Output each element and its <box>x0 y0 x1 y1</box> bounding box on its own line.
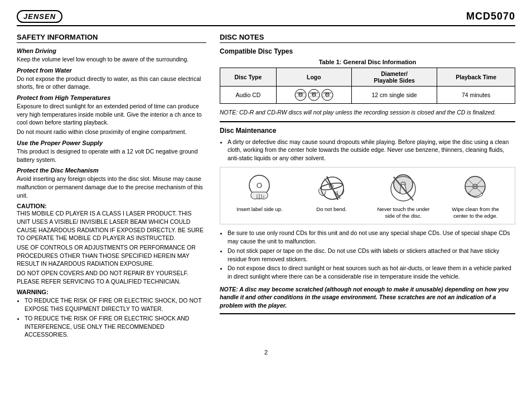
cd-logo-svg-2: COMPACT disc DIGITAL AUDIO <box>308 89 320 101</box>
disc-item-bend: Do not bend. <box>305 173 358 213</box>
warning-label: WARNING: <box>17 289 206 295</box>
never-touch-icon <box>384 173 423 204</box>
warning-item-1: TO REDUCE THE RISK OF FIRE OR ELECTRIC S… <box>25 296 206 313</box>
svg-text:DIGITAL AUDIO: DIGITAL AUDIO <box>322 96 332 98</box>
svg-line-26 <box>325 179 340 199</box>
cd-logo-svg-3: COMPACT disc DIGITAL AUDIO <box>321 89 333 101</box>
disc-maintenance-intro: A dirty or defective disc may cause soun… <box>228 138 515 162</box>
protect-water-title: Protect from Water <box>17 67 206 74</box>
page-number: 2 <box>17 349 515 356</box>
col-logo: Logo <box>276 68 351 87</box>
do-not-bend-caption: Do not bend. <box>316 206 346 213</box>
disc-maintenance-intro-list: A dirty or defective disc may cause soun… <box>220 138 515 162</box>
col-playback: Playback Time <box>437 68 515 87</box>
svg-text:DIGITAL AUDIO: DIGITAL AUDIO <box>296 96 306 98</box>
svg-text:DIGITAL AUDIO: DIGITAL AUDIO <box>309 96 319 98</box>
compatible-disc-types-heading: Compatible Disc Types <box>220 47 515 55</box>
when-driving-title: When Driving <box>17 47 206 54</box>
disc-notes-title: DISC NOTES <box>220 33 515 43</box>
main-content: SAFETY INFORMATION When Driving Keep the… <box>17 33 515 340</box>
disc-item-touch: Never touch the under side of the disc. <box>377 173 430 220</box>
do-not-bend-icon <box>312 173 351 204</box>
caution-text1: THIS MOBILE CD PLAYER IS A CLASS I LASER… <box>17 209 206 242</box>
insert-label-caption: Insert label side up. <box>236 206 282 213</box>
disc-maintenance-heading: Disc Maintenance <box>220 127 515 135</box>
right-column: DISC NOTES Compatible Disc Types Table 1… <box>220 33 515 340</box>
insert-label-icon <box>240 173 279 204</box>
power-supply-title: Use the Proper Power Supply <box>17 140 206 146</box>
protect-temp-title: Protect from High Temperatures <box>17 94 206 101</box>
power-supply-text: This product is designed to operate with… <box>17 147 206 164</box>
col-diameter: Diameter/Playable Sides <box>351 68 437 87</box>
svg-point-16 <box>257 183 262 188</box>
brand-logo: JENSEN <box>17 10 62 23</box>
table-row: Audio CD COMPACT disc DIGITAL AUDIO <box>220 87 515 104</box>
col-disc-type: Disc Type <box>220 68 277 87</box>
wipe-clean-icon <box>456 173 495 204</box>
model-number: MCD5070 <box>466 11 515 22</box>
playback-cell: 74 minutes <box>437 87 515 104</box>
warning-list: TO REDUCE THE RISK OF FIRE OR ELECTRIC S… <box>17 296 206 338</box>
caution-label: CAUTION: <box>17 203 206 209</box>
warning-item-2: TO REDUCE THE RISK OF FIRE OR ELECTRIC S… <box>25 314 206 339</box>
disc-logo-cell: COMPACT disc DIGITAL AUDIO COMPACT disc <box>276 87 351 104</box>
disc-illustrations: Insert label side up. <box>220 167 515 225</box>
page: JENSEN MCD5070 SAFETY INFORMATION When D… <box>0 0 532 412</box>
disc-bullet-2: Do not stick paper or tape on the disc. … <box>228 247 515 263</box>
disc-bullet-1: Be sure to use only round CDs for this u… <box>228 229 515 245</box>
disc-type-cell: Audio CD <box>220 87 277 104</box>
never-touch-caption: Never touch the under side of the disc. <box>377 206 430 220</box>
table-caption: Table 1: General Disc Information <box>220 59 515 65</box>
disc-item-insert: Insert label side up. <box>233 173 286 213</box>
when-driving-text: Keep the volume level low enough to be a… <box>17 55 206 64</box>
cd-logo-svg-1: COMPACT disc DIGITAL AUDIO <box>294 89 307 101</box>
cd-note: NOTE: CD-R and CD-RW discs will not play… <box>220 108 515 117</box>
disc-maintenance-bullets: Be sure to use only round CDs for this u… <box>220 229 515 280</box>
disc-mechanism-text: Avoid inserting any foreign objects into… <box>17 175 206 199</box>
safety-section-title: SAFETY INFORMATION <box>17 33 206 43</box>
header: JENSEN MCD5070 <box>17 10 515 26</box>
disc-info-table: Disc Type Logo Diameter/Playable Sides P… <box>220 68 515 104</box>
protect-water-text: Do not expose the product directly to wa… <box>17 75 206 91</box>
bottom-note: NOTE: A disc may become scratched (altho… <box>220 285 515 310</box>
disc-item-wipe: Wipe clean from the center to the edge. <box>449 173 502 220</box>
caution-text3: DO NOT OPEN COVERS AND DO NOT REPAIR BY … <box>17 269 206 285</box>
protect-temp-text2: Do not mount radio within close proximit… <box>17 128 206 136</box>
diameter-cell: 12 cm single side <box>351 87 437 104</box>
disc-mechanism-title: Protect the Disc Mechanism <box>17 167 206 174</box>
left-column: SAFETY INFORMATION When Driving Keep the… <box>17 33 206 340</box>
disc-bullet-3: Do not expose discs to direct sunlight o… <box>228 264 515 280</box>
caution-text2: USE OF CONTROLS OR ADJUSTMENTS OR PERFOR… <box>17 243 206 268</box>
protect-temp-text1: Exposure to direct sunlight for an exten… <box>17 102 206 127</box>
wipe-clean-caption: Wipe clean from the center to the edge. <box>449 206 502 220</box>
